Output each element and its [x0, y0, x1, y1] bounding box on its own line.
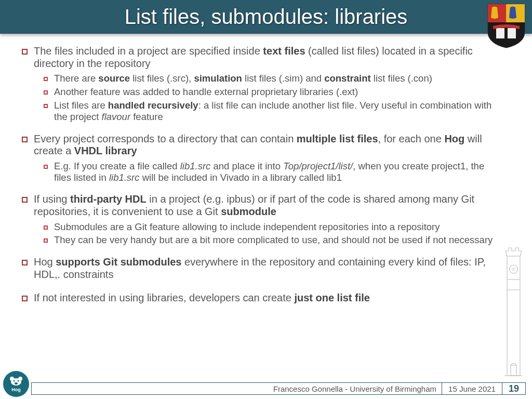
bullet-sub-item: Another feature was added to handle exte…	[44, 86, 503, 98]
bullet-marker-icon	[22, 47, 28, 70]
bullet-marker-icon	[44, 103, 48, 123]
bullet-text: E.g. If you create a file called lib1.sr…	[54, 161, 503, 183]
bullet-marker-icon	[22, 135, 28, 157]
slide-content: The files included in a project are spec…	[0, 34, 532, 304]
bullet-text: If not interested in using libraries, de…	[34, 292, 370, 304]
svg-rect-3	[508, 28, 516, 38]
bullet-text: Hog supports Git submodules everywhere i…	[34, 256, 503, 281]
bullet-text: Submodules are a Git feature allowing to…	[54, 221, 440, 233]
svg-point-13	[18, 377, 22, 381]
bullet-marker-icon	[44, 237, 48, 246]
bullet-item: The files included in a project are spec…	[22, 45, 503, 70]
svg-rect-4	[507, 256, 520, 376]
bullet-text: If using third-party HDL in a project (e…	[34, 193, 503, 218]
svg-point-14	[14, 380, 15, 382]
bullet-sub-item: E.g. If you create a file called lib1.sr…	[44, 161, 503, 183]
bullet-marker-icon	[44, 89, 48, 98]
tower-decoration-icon	[499, 241, 528, 381]
svg-point-6	[512, 268, 515, 271]
bullet-text: There are source list files (.src), simu…	[54, 73, 432, 84]
footer-author: Francesco Gonnella - University of Birmi…	[32, 384, 442, 393]
bullet-text: List files are handled recursively: a li…	[54, 100, 503, 123]
bullet-sub-item: They can be very handy but are a bit mor…	[44, 234, 503, 246]
bullet-text: The files included in a project are spec…	[34, 45, 503, 70]
bullet-sub-item: Submodules are a Git feature allowing to…	[44, 221, 503, 233]
bullet-marker-icon	[22, 258, 28, 281]
bullet-item: Every project corresponds to a directory…	[22, 133, 503, 157]
bullet-sub-item: There are source list files (.src), simu…	[44, 73, 503, 84]
university-crest	[487, 3, 526, 49]
hog-logo-label: Hog	[11, 387, 21, 392]
bullet-marker-icon	[44, 76, 48, 84]
footer-page-number: 19	[502, 383, 525, 394]
bullet-marker-icon	[22, 294, 28, 304]
bullet-item: Hog supports Git submodules everywhere i…	[22, 256, 503, 281]
footer-date: 15 June 2021	[442, 383, 502, 394]
slide-header: List files, submodules: libraries	[0, 0, 532, 34]
bullet-marker-icon	[44, 224, 48, 233]
bullet-marker-icon	[22, 195, 28, 218]
bullet-marker-icon	[44, 164, 48, 183]
bullet-text: They can be very handy but are a bit mor…	[54, 234, 493, 246]
slide-title: List files, submodules: libraries	[125, 5, 408, 29]
bullet-sub-item: List files are handled recursively: a li…	[44, 100, 503, 123]
svg-rect-2	[496, 28, 504, 38]
svg-rect-9	[511, 365, 516, 376]
svg-point-12	[10, 377, 14, 381]
bullet-item: If not interested in using libraries, de…	[22, 292, 503, 304]
slide-footer: Francesco Gonnella - University of Birmi…	[31, 382, 526, 395]
bullet-text: Another feature was added to handle exte…	[54, 86, 358, 98]
svg-point-16	[15, 382, 18, 384]
svg-point-15	[18, 380, 19, 382]
bullet-text: Every project corresponds to a directory…	[34, 133, 503, 157]
bullet-item: If using third-party HDL in a project (e…	[22, 193, 503, 218]
hog-logo-icon: Hog	[3, 371, 29, 397]
